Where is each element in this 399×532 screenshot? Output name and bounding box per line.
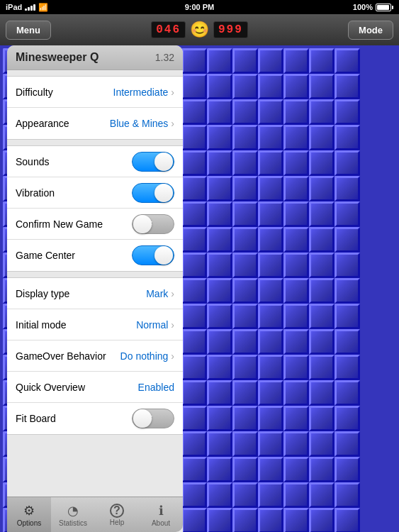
settings-row-difficulty[interactable]: Difficulty Intermediate › <box>7 77 183 108</box>
grid-cell <box>309 227 335 253</box>
grid-cell <box>181 99 207 125</box>
settings-row-game-center[interactable]: Game Center ON <box>7 240 183 271</box>
settings-row-appearance[interactable]: Appearance Blue & Mines › <box>7 108 183 139</box>
statistics-icon: ◔ <box>67 503 79 519</box>
grid-cell <box>232 431 258 457</box>
confirm-new-game-toggle[interactable]: OFF <box>132 214 174 234</box>
grid-cell <box>181 406 207 431</box>
mode-button[interactable]: Mode <box>348 21 393 40</box>
grid-cell <box>232 482 258 508</box>
display-type-chevron: › <box>171 288 174 299</box>
grid-cell <box>181 176 207 201</box>
settings-group-3: Display type Mark › Initial mode Normal … <box>7 277 183 435</box>
grid-cell <box>181 125 207 150</box>
menu-button[interactable]: Menu <box>6 21 51 40</box>
grid-cell <box>335 227 360 253</box>
grid-cell <box>232 74 258 99</box>
battery-percent: 100% <box>353 3 373 11</box>
grid-cell <box>335 482 360 508</box>
grid-cell <box>309 74 335 99</box>
grid-cell <box>232 304 258 329</box>
grid-cell <box>181 201 207 227</box>
grid-cell <box>283 253 309 278</box>
smiley-icon[interactable]: 😊 <box>190 21 209 39</box>
game-center-toggle[interactable]: ON <box>132 245 174 265</box>
options-icon: ⚙ <box>23 503 35 519</box>
grid-cell <box>309 304 335 329</box>
settings-row-fit-board[interactable]: Fit Board OFF <box>7 403 183 434</box>
settings-row-confirm-new-game[interactable]: Confirm New Game OFF <box>7 209 183 240</box>
grid-cell <box>181 355 207 380</box>
grid-cell <box>309 380 335 406</box>
sounds-toggle[interactable]: ON <box>132 152 174 172</box>
grid-cell <box>335 125 360 150</box>
tab-help[interactable]: ? Help <box>95 497 139 532</box>
grid-cell <box>309 508 335 532</box>
signal-icon <box>25 4 35 11</box>
grid-cell <box>258 227 283 253</box>
grid-cell <box>309 201 335 227</box>
grid-cell <box>258 355 283 380</box>
grid-cell <box>207 125 232 150</box>
difficulty-value: Intermediate › <box>113 87 175 98</box>
grid-cell <box>309 482 335 508</box>
grid-cell <box>181 482 207 508</box>
grid-cell <box>309 253 335 278</box>
sounds-label: Sounds <box>16 156 49 167</box>
vibration-toggle[interactable]: ON <box>132 183 174 203</box>
grid-cell <box>207 150 232 176</box>
grid-cell <box>207 48 232 74</box>
settings-row-initial-mode[interactable]: Initial mode Normal › <box>7 309 183 340</box>
score-left: 046 <box>151 21 186 38</box>
initial-mode-label: Initial mode <box>16 319 67 331</box>
grid-cell <box>232 329 258 355</box>
grid-cell <box>181 227 207 253</box>
grid-cell <box>181 457 207 482</box>
grid-cell <box>181 48 207 74</box>
gameover-behavior-value: Do nothing › <box>120 350 174 362</box>
grid-cell <box>232 457 258 482</box>
tab-statistics[interactable]: ◔ Statistics <box>51 497 95 532</box>
grid-cell <box>283 431 309 457</box>
grid-cell <box>232 406 258 431</box>
grid-cell <box>258 125 283 150</box>
fit-board-toggle[interactable]: OFF <box>132 409 174 428</box>
grid-cell <box>232 176 258 201</box>
settings-row-display-type[interactable]: Display type Mark › <box>7 278 183 309</box>
grid-cell <box>258 74 283 99</box>
settings-group-1: Difficulty Intermediate › Appearance Blu… <box>7 76 183 140</box>
score-display: 046 😊 999 <box>151 21 248 39</box>
grid-cell <box>283 304 309 329</box>
grid-cell <box>258 329 283 355</box>
grid-cell <box>283 99 309 125</box>
grid-cell <box>207 457 232 482</box>
tab-about[interactable]: ℹ About <box>139 497 183 532</box>
grid-cell <box>335 457 360 482</box>
grid-cell <box>181 150 207 176</box>
grid-cell <box>309 176 335 201</box>
grid-cell <box>232 278 258 304</box>
grid-cell <box>335 329 360 355</box>
grid-cell <box>232 355 258 380</box>
grid-cell <box>258 201 283 227</box>
header-bar: Menu 046 😊 999 Mode <box>0 14 399 45</box>
grid-cell <box>283 329 309 355</box>
grid-cell <box>283 125 309 150</box>
grid-cell <box>258 482 283 508</box>
grid-cell <box>181 253 207 278</box>
grid-cell <box>283 278 309 304</box>
sounds-toggle-knob <box>154 153 173 171</box>
grid-cell <box>283 201 309 227</box>
settings-row-quick-overview[interactable]: Quick Overview Enabled <box>7 372 183 403</box>
grid-cell <box>258 150 283 176</box>
settings-row-vibration[interactable]: Vibration ON <box>7 177 183 209</box>
tab-options[interactable]: ⚙ Options <box>7 497 51 532</box>
settings-row-gameover-behavior[interactable]: GameOver Behavior Do nothing › <box>7 340 183 372</box>
time-label: 9:00 PM <box>185 3 215 11</box>
grid-cell <box>232 99 258 125</box>
settings-row-sounds[interactable]: Sounds ON <box>7 146 183 177</box>
grid-cell <box>181 508 207 532</box>
grid-cell <box>258 406 283 431</box>
confirm-new-game-label: Confirm New Game <box>16 218 103 230</box>
grid-cell <box>335 99 360 125</box>
